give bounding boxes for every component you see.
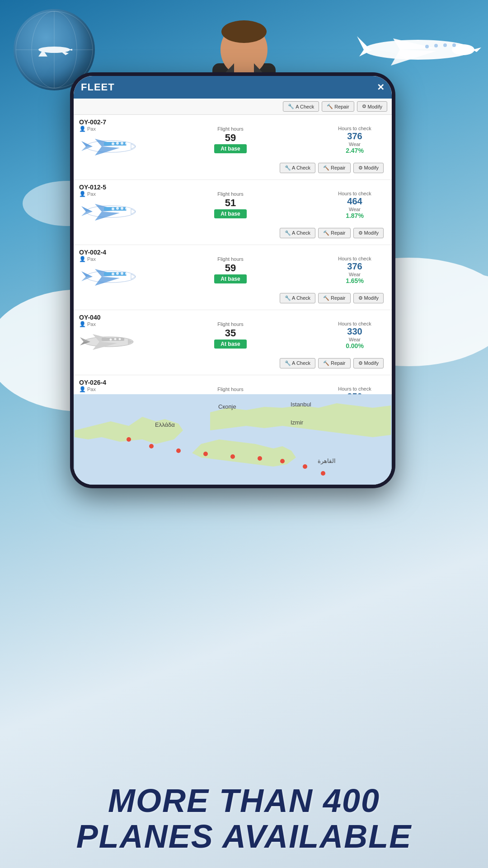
plane-image-3: OY-040 👤Pax — [79, 314, 138, 356]
row-actions-3: 🔧 A Check 🔨 Repair ⚙ Modify — [79, 356, 386, 371]
plane-row: OY-040 👤Pax Flight hours 35 At base — [74, 310, 392, 375]
flight-hours-value-0: 59 — [225, 133, 236, 143]
map-background: CкопјеIstanbulΕλλάδαIzmirالقاهرة — [74, 394, 392, 485]
svg-point-114 — [127, 437, 131, 442]
wear-label-2: Wear — [323, 272, 386, 277]
modify-button-1[interactable]: ⚙ Modify — [353, 228, 384, 238]
svg-point-38 — [125, 142, 128, 145]
hours-to-check-value-2: 376 — [323, 261, 386, 272]
plane-info-center-3: Flight hours 35 At base — [142, 321, 319, 349]
plane-row-content-4: OY-026-4 👤Pax Flight hours 35 — [79, 379, 386, 394]
plane-id-0: OY-002-7 — [79, 118, 138, 126]
a-check-button-0[interactable]: 🔧 A Check — [280, 163, 315, 173]
plane-image-0: OY-002-7 👤Pax — [79, 118, 138, 161]
plane-image-2: OY-002-4 👤Pax — [79, 249, 138, 291]
plane-type-4: 👤Pax — [79, 386, 138, 392]
hours-to-check-value-1: 464 — [323, 196, 386, 207]
map-label: Istanbul — [291, 401, 311, 408]
wear-label-0: Wear — [323, 142, 386, 147]
svg-point-117 — [203, 452, 208, 456]
svg-point-35 — [112, 142, 114, 145]
svg-point-24 — [221, 20, 267, 43]
wear-value-3: 0.00% — [323, 342, 386, 349]
status-badge-2: At base — [214, 274, 246, 283]
svg-point-59 — [121, 272, 123, 275]
flight-hours-label-2: Flight hours — [217, 256, 243, 262]
a-check-button-3[interactable]: 🔧 A Check — [280, 358, 315, 368]
plane-stats-right-3: Hours to check 330 Wear 0.00% — [323, 321, 386, 349]
svg-point-119 — [258, 456, 262, 461]
row-actions-1: 🔧 A Check 🔨 Repair ⚙ Modify — [79, 226, 386, 241]
repair-button-3[interactable]: 🔨 Repair — [318, 358, 350, 368]
svg-point-15 — [425, 45, 429, 48]
wear-value-2: 1.65% — [323, 277, 386, 284]
svg-point-118 — [230, 454, 235, 459]
modify-button-0[interactable]: ⚙ Modify — [353, 163, 384, 173]
flight-hours-value-3: 35 — [225, 328, 236, 338]
svg-point-60 — [125, 272, 128, 275]
plane-row-content-0: OY-002-7 👤Pax Flight hours 59 At base — [79, 118, 386, 161]
repair-button-top[interactable]: 🔨 Repair — [322, 101, 354, 112]
hours-to-check-value-0: 376 — [323, 131, 386, 142]
svg-point-17 — [443, 43, 447, 47]
repair-button-0[interactable]: 🔨 Repair — [318, 163, 350, 173]
a-check-button-1[interactable]: 🔧 A Check — [280, 228, 315, 238]
hours-to-check-label-1: Hours to check — [323, 191, 386, 196]
modify-button-2[interactable]: ⚙ Modify — [353, 293, 384, 303]
plane-info-center-0: Flight hours 59 At base — [142, 126, 319, 153]
svg-point-69 — [114, 338, 117, 340]
plane-image-4: OY-026-4 👤Pax — [79, 379, 138, 394]
fleet-close-button[interactable]: ✕ — [377, 82, 385, 93]
svg-point-115 — [149, 444, 154, 448]
status-badge-0: At base — [214, 144, 246, 153]
promo-line1: MORE THAN 400 — [0, 783, 488, 819]
map-label: Cкопје — [218, 403, 236, 410]
plane-row-content-2: OY-002-4 👤Pax Flight hours 59 At base — [79, 249, 386, 291]
plane-stats-right-4: Hours to check 350 Wear 0.00% — [323, 386, 386, 395]
svg-point-57 — [112, 273, 114, 275]
svg-point-37 — [121, 142, 123, 145]
plane-type-0: 👤Pax — [79, 126, 138, 132]
fleet-panel: FLEET ✕ 🔧 A Check 🔨 Repair ⚙ Modify OY-0… — [74, 76, 392, 485]
plane-info-center-1: Flight hours 51 At base — [142, 191, 319, 218]
plane-type-1: 👤Pax — [79, 191, 138, 197]
a-check-button-top[interactable]: 🔧 A Check — [283, 101, 319, 112]
plane-info-center-4: Flight hours 35 At base — [142, 387, 319, 394]
flight-hours-value-2: 59 — [225, 263, 236, 273]
map-label: القاهرة — [318, 458, 336, 464]
svg-rect-67 — [102, 338, 124, 341]
phone-screen: FLEET ✕ 🔧 A Check 🔨 Repair ⚙ Modify OY-0… — [74, 76, 392, 485]
plane-row-content-3: OY-040 👤Pax Flight hours 35 At base — [79, 314, 386, 356]
plane-id-1: OY-012-5 — [79, 184, 138, 191]
repair-button-2[interactable]: 🔨 Repair — [318, 293, 350, 303]
plane-image-1: OY-012-5 👤Pax — [79, 184, 138, 226]
phone-device: FLEET ✕ 🔧 A Check 🔨 Repair ⚙ Modify OY-0… — [70, 72, 395, 488]
plane-id-3: OY-040 — [79, 314, 138, 321]
map-section: CкопјеIstanbulΕλλάδαIzmirالقاهرة — [74, 394, 392, 485]
plane-type-2: 👤Pax — [79, 256, 138, 262]
svg-point-70 — [119, 338, 121, 340]
a-check-button-2[interactable]: 🔧 A Check — [280, 293, 315, 303]
svg-point-122 — [321, 471, 325, 476]
plane-row: OY-002-4 👤Pax Flight hours 59 At base — [74, 245, 392, 310]
modify-button-top[interactable]: ⚙ Modify — [357, 101, 387, 112]
promo-line2: PLANES AVAILABLE — [0, 819, 488, 854]
plane-stats-right-2: Hours to check 376 Wear 1.65% — [323, 256, 386, 284]
repair-button-1[interactable]: 🔨 Repair — [318, 228, 350, 238]
top-action-row: 🔧 A Check 🔨 Repair ⚙ Modify — [74, 99, 392, 115]
row-actions-2: 🔧 A Check 🔨 Repair ⚙ Modify — [79, 291, 386, 306]
hours-to-check-value-3: 330 — [323, 326, 386, 337]
status-badge-1: At base — [214, 209, 246, 218]
row-actions-0: 🔧 A Check 🔨 Repair ⚙ Modify — [79, 161, 386, 176]
plane-row: OY-026-4 👤Pax Flight hours 35 — [74, 375, 392, 394]
svg-marker-11 — [357, 36, 371, 50]
svg-point-58 — [116, 272, 119, 275]
map-label: Izmir — [291, 419, 303, 426]
svg-point-68 — [110, 339, 112, 341]
fleet-header: FLEET ✕ — [74, 76, 392, 99]
svg-point-120 — [280, 459, 285, 463]
flight-hours-value-1: 51 — [225, 198, 236, 208]
svg-point-121 — [303, 464, 307, 469]
svg-point-49 — [125, 207, 128, 210]
modify-button-3[interactable]: ⚙ Modify — [353, 358, 384, 368]
